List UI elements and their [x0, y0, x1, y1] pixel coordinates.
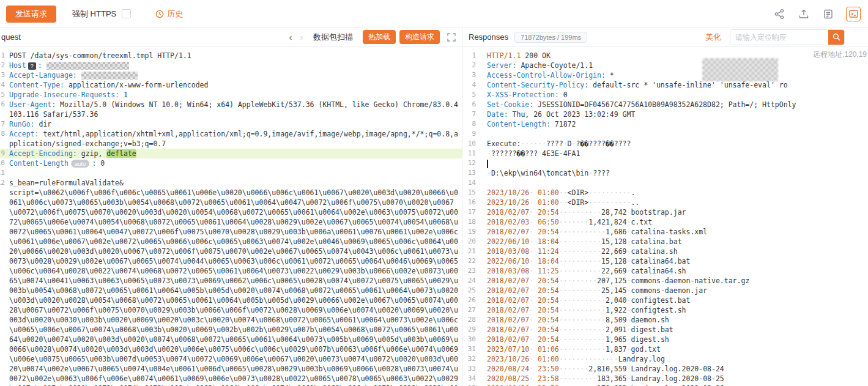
code-line-content: ·D:\ekp\win64\tomcat\bin·???? — [483, 168, 868, 178]
code-token: : — [38, 61, 42, 70]
request-editor[interactable]: 1POST /data/sys-common/treexml.tmpl HTTP… — [0, 46, 462, 386]
line-number: 21 — [462, 247, 483, 256]
code-line-content: 2018/02/07· 20:54·········207,125·common… — [483, 276, 868, 286]
code-token: 20:54 — [538, 286, 559, 295]
code-token: 01:00 — [538, 198, 559, 207]
code-token: god.txt — [631, 345, 660, 354]
code-line-content: 2023/07/10· 01:06···········1,837·god.tx… — [483, 344, 868, 354]
code-line: 192018/02/07· 20:54···········1,686·cata… — [462, 227, 868, 237]
code-token: 06:50 — [538, 218, 559, 226]
code-line: 3Accept-Language: — [0, 70, 462, 80]
code-token: ??????��??? — [491, 149, 538, 158]
line-number: 22 — [462, 256, 483, 266]
remote-address-label: 远程地址:120.19 — [809, 50, 868, 59]
line-number: 9 — [462, 129, 483, 139]
packet-scan-button[interactable]: 数据包扫描 — [313, 32, 353, 43]
code-line: 10Content-Lengthauto: 0 — [0, 158, 462, 168]
line-number: 24 — [462, 276, 483, 286]
code-line-content: RunGo: dir — [6, 119, 462, 129]
fuzz-tag-badge: ? — [28, 62, 36, 70]
code-token: · — [529, 316, 538, 324]
code-line: 12s_bean=ruleFormulaValidate& script=\u0… — [0, 178, 462, 386]
code-token: 2018/02/07 — [487, 277, 529, 285]
history-button[interactable]: 历史 — [155, 9, 183, 20]
code-line-content: ·??????��???·4E3E-4FA1 — [483, 149, 868, 158]
code-token: 22,669 — [601, 247, 627, 256]
code-token: · — [487, 169, 491, 177]
code-token: Content-Security-Policy: — [487, 81, 588, 89]
code-token: 15,128 — [601, 237, 627, 246]
code-token: 20:54 — [538, 296, 559, 305]
chevron-left-icon[interactable]: ‹ — [285, 32, 296, 42]
code-line-content: 2020/08/25· 23:58·········183,365·Landra… — [483, 374, 868, 384]
code-token: · — [529, 335, 538, 344]
code-token: 25,145 — [601, 286, 627, 295]
line-number: 28 — [462, 315, 483, 325]
code-token: D:\ekp\win64\tomcat\bin — [491, 169, 588, 177]
request-response-split: quest ‹ › 数据包扫描 热加载 构造请求 1POST /data/sys… — [0, 28, 868, 386]
expand-icon[interactable] — [447, 33, 456, 42]
line-number: 8 — [0, 129, 6, 149]
code-token: ··········· — [559, 228, 606, 236]
code-line: 14 — [462, 178, 868, 188]
code-token: 23:50 — [538, 365, 559, 373]
code-line: 342020/08/25· 23:58·········183,365·Land… — [462, 374, 868, 384]
code-token: : — [60, 81, 69, 89]
code-line: 10Execute:······????·D·?��????��???? — [462, 139, 868, 149]
code-token: dir — [39, 120, 51, 128]
construct-request-button[interactable]: 构造请求 — [399, 30, 440, 44]
code-token: D — [568, 139, 572, 148]
export-icon[interactable] — [798, 9, 809, 20]
line-number: 35 — [462, 384, 483, 386]
chevron-right-icon[interactable]: › — [296, 32, 307, 42]
response-pane-title: Responses — [469, 32, 508, 42]
force-https-checkbox[interactable] — [122, 9, 131, 18]
code-token: 183,365 — [597, 374, 626, 383]
code-line-content: Server: Apache-Coyote/1.1 — [483, 61, 868, 70]
hot-reload-button[interactable]: 热加载 — [363, 30, 396, 44]
code-token: Set-Cookie: — [487, 100, 533, 109]
report-icon[interactable] — [823, 9, 834, 20]
beautify-button[interactable]: 美化 — [705, 32, 721, 43]
code-token: : — [73, 71, 81, 80]
line-number: 31 — [462, 344, 483, 354]
code-token: 20:54 — [538, 228, 559, 236]
code-line: 8Accept: text/html,application/xhtml+xml… — [0, 129, 462, 149]
response-editor[interactable]: 远程地址:120.19 1HTTP/1.1 200 OK2Server: Apa… — [462, 46, 868, 386]
response-pane: Responses 71872bytes / 199ms 美化 远程地址:120… — [462, 28, 868, 386]
code-token — [42, 61, 46, 70]
code-line-content: 2022/06/10· 18:04··········15,128·catali… — [483, 237, 868, 247]
code-token: X-XSS-Protection: — [487, 91, 559, 99]
code-token: 0 — [100, 159, 105, 168]
code-token: · — [529, 286, 538, 295]
code-line: 2Host?: — [0, 61, 462, 70]
response-search-input[interactable] — [730, 30, 828, 45]
code-line-content: 2018/02/07· 20:54··········28,742·bootst… — [483, 207, 868, 217]
code-line-content: Accept-Encoding: gzip, deflate — [6, 149, 462, 158]
search-icon[interactable] — [828, 30, 844, 45]
code-token: 11:25 — [538, 267, 559, 275]
code-line-content — [483, 158, 868, 168]
code-token: * — [606, 71, 614, 80]
code-token: 2022/06/10 — [487, 257, 529, 265]
code-token: POST /data/sys-common/treexml.tmpl HTTP/… — [9, 51, 191, 60]
code-line-content — [483, 178, 868, 188]
code-token: 2020/08/24 — [487, 365, 529, 373]
code-token: ········· — [559, 374, 597, 383]
code-token: 2018/02/07 — [487, 228, 529, 236]
request-pane-title: quest — [1, 32, 21, 42]
code-line: 2Server: Apache-Coyote/1.1 — [462, 61, 868, 70]
console-icon[interactable] — [846, 7, 861, 21]
code-token: ··········· — [559, 306, 606, 314]
web-fuzzer-app: 发送请求 强制 HTTPS 历史 — [0, 0, 868, 386]
code-line-content: Upgrade-Insecure-Requests: 1 — [6, 90, 462, 100]
code-token: 23:58 — [538, 374, 559, 383]
send-request-button[interactable]: 发送请求 — [6, 6, 56, 23]
code-token: · — [529, 237, 538, 246]
code-token: 18:04 — [538, 237, 559, 246]
code-line: 202022/06/10· 18:04··········15,128·cata… — [462, 237, 868, 247]
code-line: 272018/02/07· 20:54···········1,922·conf… — [462, 305, 868, 315]
share-icon[interactable] — [774, 9, 785, 20]
code-token: 01:06 — [538, 345, 559, 354]
code-token: Landray.log.2020-08-25 — [631, 374, 724, 383]
